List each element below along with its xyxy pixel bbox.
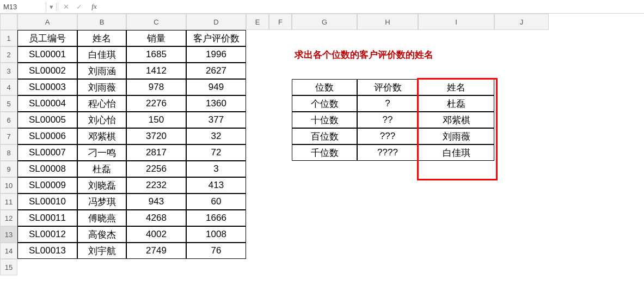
col-header-C[interactable]: C: [126, 14, 186, 30]
cell-A4[interactable]: SL00003: [17, 79, 77, 95]
row-header-8[interactable]: 8: [0, 144, 17, 161]
cell-G11[interactable]: [292, 194, 357, 210]
cell-H14[interactable]: [357, 243, 418, 259]
cell-I1[interactable]: [418, 30, 494, 46]
cell-I5[interactable]: 杜磊: [418, 95, 494, 112]
cell-C8[interactable]: 2817: [126, 144, 186, 161]
cell-B14[interactable]: 刘宇航: [77, 243, 126, 259]
row-header-13[interactable]: 13: [0, 226, 17, 243]
row-header-4[interactable]: 4: [0, 79, 17, 95]
cell-H3[interactable]: [357, 63, 418, 79]
cell-B3[interactable]: 刘雨涵: [77, 63, 126, 79]
cell-G4[interactable]: 位数: [292, 79, 357, 95]
row-header-7[interactable]: 7: [0, 128, 17, 144]
cell-F3[interactable]: [269, 63, 292, 79]
cell-H12[interactable]: [357, 210, 418, 226]
cell-A13[interactable]: SL00012: [17, 226, 77, 243]
cell-F11[interactable]: [269, 194, 292, 210]
cell-C3[interactable]: 1412: [126, 63, 186, 79]
cell-J8[interactable]: [494, 144, 549, 161]
cell-F6[interactable]: [269, 112, 292, 128]
cell-I8[interactable]: 白佳琪: [418, 144, 494, 161]
cell-C9[interactable]: 2256: [126, 161, 186, 177]
cell-A6[interactable]: SL00005: [17, 112, 77, 128]
spreadsheet-grid[interactable]: A B C D E F G H I J 1 员工编号 姓名 销量 客户评价数 2…: [0, 14, 644, 275]
cell-I10[interactable]: [418, 177, 494, 194]
cell-J14[interactable]: [494, 243, 549, 259]
cell-D2[interactable]: 1996: [186, 46, 246, 63]
cell-A15[interactable]: [17, 259, 77, 275]
cell-I13[interactable]: [418, 226, 494, 243]
cell-D10[interactable]: 413: [186, 177, 246, 194]
cell-H10[interactable]: [357, 177, 418, 194]
cancel-icon[interactable]: ✕: [59, 3, 72, 11]
cell-A3[interactable]: SL00002: [17, 63, 77, 79]
cell-B11[interactable]: 冯梦琪: [77, 194, 126, 210]
cell-C7[interactable]: 3720: [126, 128, 186, 144]
cell-J10[interactable]: [494, 177, 549, 194]
formula-input[interactable]: [103, 1, 644, 13]
cell-D11[interactable]: 60: [186, 194, 246, 210]
col-header-H[interactable]: H: [357, 14, 418, 30]
cell-B5[interactable]: 程心怡: [77, 95, 126, 112]
cell-I15[interactable]: [418, 259, 494, 275]
cell-D7[interactable]: 32: [186, 128, 246, 144]
cell-E15[interactable]: [246, 259, 269, 275]
cell-G5[interactable]: 个位数: [292, 95, 357, 112]
cell-C2[interactable]: 1685: [126, 46, 186, 63]
cell-J3[interactable]: [494, 63, 549, 79]
cell-G6[interactable]: 十位数: [292, 112, 357, 128]
cell-F8[interactable]: [269, 144, 292, 161]
cell-D12[interactable]: 1666: [186, 210, 246, 226]
cell-J6[interactable]: [494, 112, 549, 128]
cell-E13[interactable]: [246, 226, 269, 243]
cell-H9[interactable]: [357, 161, 418, 177]
cell-B13[interactable]: 高俊杰: [77, 226, 126, 243]
cell-D5[interactable]: 1360: [186, 95, 246, 112]
cell-A8[interactable]: SL00007: [17, 144, 77, 161]
cell-E7[interactable]: [246, 128, 269, 144]
cell-H1[interactable]: [357, 30, 418, 46]
cell-E1[interactable]: [246, 30, 269, 46]
col-header-B[interactable]: B: [77, 14, 126, 30]
cell-I11[interactable]: [418, 194, 494, 210]
cell-D3[interactable]: 2627: [186, 63, 246, 79]
cell-A1[interactable]: 员工编号: [17, 30, 77, 46]
cell-G10[interactable]: [292, 177, 357, 194]
cell-C14[interactable]: 2749: [126, 243, 186, 259]
cell-C12[interactable]: 4268: [126, 210, 186, 226]
cell-E3[interactable]: [246, 63, 269, 79]
cell-I9[interactable]: [418, 161, 494, 177]
cell-J7[interactable]: [494, 128, 549, 144]
cell-B15[interactable]: [77, 259, 126, 275]
cell-J1[interactable]: [494, 30, 549, 46]
cell-F15[interactable]: [269, 259, 292, 275]
select-all-corner[interactable]: [0, 14, 17, 30]
cell-H4[interactable]: 评价数: [357, 79, 418, 95]
cell-B8[interactable]: 刁一鸣: [77, 144, 126, 161]
cell-G9[interactable]: [292, 161, 357, 177]
cell-B2[interactable]: 白佳琪: [77, 46, 126, 63]
fx-icon[interactable]: fx: [85, 2, 103, 11]
cell-F4[interactable]: [269, 79, 292, 95]
cell-J15[interactable]: [494, 259, 549, 275]
col-header-I[interactable]: I: [418, 14, 494, 30]
cell-J12[interactable]: [494, 210, 549, 226]
cell-C13[interactable]: 4002: [126, 226, 186, 243]
cell-E10[interactable]: [246, 177, 269, 194]
cell-I7[interactable]: 刘雨薇: [418, 128, 494, 144]
cell-D15[interactable]: [186, 259, 246, 275]
cell-B10[interactable]: 刘晓磊: [77, 177, 126, 194]
cell-B12[interactable]: 傅晓燕: [77, 210, 126, 226]
cell-H13[interactable]: [357, 226, 418, 243]
row-header-6[interactable]: 6: [0, 112, 17, 128]
cell-C15[interactable]: [126, 259, 186, 275]
cell-I14[interactable]: [418, 243, 494, 259]
cell-D6[interactable]: 377: [186, 112, 246, 128]
cell-G13[interactable]: [292, 226, 357, 243]
cell-F9[interactable]: [269, 161, 292, 177]
row-header-3[interactable]: 3: [0, 63, 17, 79]
cell-B7[interactable]: 邓紫棋: [77, 128, 126, 144]
cell-D8[interactable]: 72: [186, 144, 246, 161]
cell-G14[interactable]: [292, 243, 357, 259]
